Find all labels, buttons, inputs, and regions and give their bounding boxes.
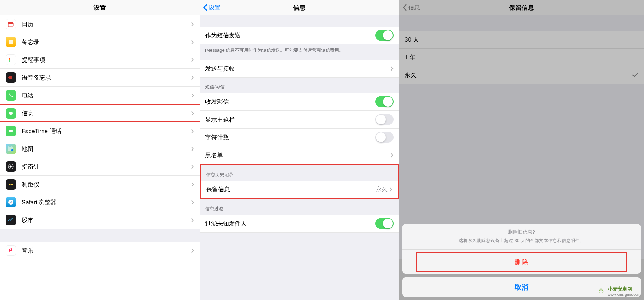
chevron-right-icon [191, 200, 194, 205]
svg-point-7 [9, 60, 10, 62]
row-label: 作为短信发送 [205, 31, 375, 39]
svg-point-9 [11, 149, 13, 151]
row-music[interactable]: 音乐 [0, 242, 200, 259]
row-compass[interactable]: 指南针 [0, 158, 200, 176]
toggle-subject[interactable] [375, 114, 394, 125]
chevron-right-icon [391, 66, 394, 71]
back-label: 设置 [209, 3, 220, 12]
chevron-left-icon [203, 4, 207, 11]
option-label: 1 年 [405, 53, 638, 61]
row-label: 发送与接收 [205, 65, 391, 73]
voicememos-icon [6, 72, 16, 83]
row-label: Safari 浏览器 [22, 198, 191, 206]
toggle-mms[interactable] [375, 96, 394, 107]
section-history: 信息历史记录 [201, 165, 398, 181]
row-facetime[interactable]: FaceTime 通话 [0, 122, 200, 140]
section-gap [399, 15, 644, 31]
safari-icon [6, 197, 16, 207]
chevron-right-icon [191, 164, 194, 169]
toggle-filter-unknown[interactable] [375, 218, 394, 229]
row-reminders[interactable]: 提醒事项 [0, 51, 200, 69]
back-label: 信息 [408, 3, 420, 12]
settings-screen: 设置 日历 备忘录 提醒事项 语音备忘录 电话 信息 [0, 0, 200, 300]
chevron-right-icon [191, 111, 194, 116]
keep-messages-screen: 信息 保留信息 30 天 1 年 永久 删除旧信息? 这将永久删除您设备上超过 … [399, 0, 644, 300]
chevron-right-icon [191, 248, 194, 253]
cancel-label: 取消 [515, 283, 529, 292]
row-label: 备忘录 [22, 38, 191, 46]
watermark-url: www.xmsigma.com [608, 292, 641, 297]
row-messages[interactable]: 信息 [0, 104, 201, 122]
wheat-logo-icon [597, 287, 606, 296]
row-voicememos[interactable]: 语音备忘录 [0, 69, 200, 87]
chevron-right-icon [191, 22, 194, 27]
navbar: 信息 保留信息 [399, 0, 644, 15]
svg-point-5 [9, 58, 10, 59]
chevron-right-icon [191, 182, 194, 187]
row-filter-unknown[interactable]: 过滤未知发件人 [200, 215, 399, 233]
svg-rect-1 [8, 22, 13, 24]
row-label: 语音备忘录 [22, 74, 191, 82]
row-label: 过滤未知发件人 [205, 220, 375, 228]
row-label: 电话 [22, 92, 191, 100]
toggle-send-as-sms[interactable] [375, 30, 394, 41]
back-button[interactable]: 设置 [203, 3, 220, 12]
row-safari[interactable]: Safari 浏览器 [0, 193, 200, 211]
row-label: 日历 [22, 20, 191, 28]
maps-icon [6, 144, 16, 154]
chevron-right-icon [191, 58, 194, 62]
row-value: 永久 [376, 185, 388, 193]
row-send-as-sms[interactable]: 作为短信发送 [200, 27, 399, 44]
compass-icon [6, 161, 16, 172]
calendar-icon [6, 19, 16, 29]
notes-icon [6, 37, 16, 47]
option-label: 30 天 [405, 36, 638, 44]
chevron-right-icon [191, 40, 194, 44]
row-label: 信息 [22, 109, 191, 117]
chevron-right-icon [191, 218, 194, 222]
watermark: 小麦安卓网 www.xmsigma.com [597, 286, 641, 297]
toggle-charcount[interactable] [375, 132, 394, 143]
row-charcount[interactable]: 字符计数 [200, 129, 399, 146]
navbar-title: 信息 [293, 3, 306, 12]
group-gap [0, 229, 200, 242]
option-forever[interactable]: 永久 [399, 66, 644, 84]
dimmed-content: 信息 保留信息 30 天 1 年 永久 [399, 0, 644, 259]
row-phone[interactable]: 电话 [0, 87, 200, 104]
row-blocklist[interactable]: 黑名单 [200, 146, 399, 164]
row-keep-messages[interactable]: 保留信息 永久 [201, 181, 398, 198]
navbar-title: 设置 [93, 3, 106, 12]
svg-rect-8 [9, 130, 12, 132]
keep-messages-highlight: 信息历史记录 保留信息 永久 [200, 164, 399, 199]
row-label: 指南针 [22, 163, 191, 171]
checkmark-icon [632, 73, 638, 78]
option-1year[interactable]: 1 年 [399, 49, 644, 66]
row-mms[interactable]: 收发彩信 [200, 93, 399, 111]
row-calendar[interactable]: 日历 [0, 15, 200, 33]
facetime-icon [6, 126, 16, 136]
row-stocks[interactable]: 股市 [0, 211, 200, 229]
row-label: 显示主题栏 [205, 116, 375, 124]
row-label: 测距仪 [22, 181, 191, 189]
navbar-title: 保留信息 [509, 3, 534, 12]
section-filter: 信息过滤 [200, 199, 399, 215]
sheet-main: 删除旧信息? 这将永久删除您设备上超过 30 天的全部文本信息和信息附件。 删除 [402, 224, 641, 274]
row-subject[interactable]: 显示主题栏 [200, 111, 399, 129]
reminders-icon [6, 54, 16, 65]
row-measure[interactable]: 测距仪 [0, 176, 200, 193]
phone-icon [6, 90, 16, 101]
sheet-title: 删除旧信息? [409, 229, 634, 235]
navbar: 设置 [0, 0, 200, 15]
row-label: 提醒事项 [22, 56, 191, 64]
back-button[interactable]: 信息 [403, 3, 420, 12]
row-label: 保留信息 [206, 185, 376, 193]
row-maps[interactable]: 地图 [0, 140, 200, 158]
row-notes[interactable]: 备忘录 [0, 33, 200, 51]
chevron-right-icon [191, 129, 194, 133]
delete-button[interactable]: 删除 [416, 252, 627, 272]
option-30days[interactable]: 30 天 [399, 31, 644, 49]
section-mms: 短信/彩信 [200, 78, 399, 93]
row-send-receive[interactable]: 发送与接收 [200, 60, 399, 78]
row-label: 地图 [22, 145, 191, 153]
sheet-message: 这将永久删除您设备上超过 30 天的全部文本信息和信息附件。 [409, 237, 634, 244]
